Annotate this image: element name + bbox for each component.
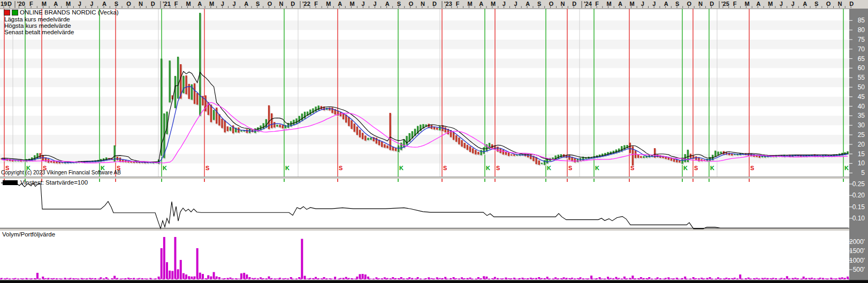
- volume-bar: [659, 278, 661, 279]
- price-bar-shadow: [15, 161, 17, 162]
- panel-divider-band: [0, 229, 868, 231]
- time-axis-month-label: D: [151, 1, 155, 7]
- volume-bar: [770, 278, 772, 279]
- volume-bar: [370, 279, 372, 279]
- volume-bar: [714, 279, 717, 279]
- price-scale-label: 50: [858, 83, 865, 91]
- price-bar: [185, 75, 187, 94]
- vinstest-scale-label: 0.10: [852, 215, 865, 222]
- volume-bar: [835, 278, 837, 279]
- volume-bar: [447, 279, 449, 279]
- volume-bar: [472, 279, 474, 279]
- time-axis-month-label: J: [361, 1, 364, 7]
- volume-bar: [477, 277, 479, 279]
- volume-bar: [679, 279, 681, 279]
- volume-bar: [455, 278, 458, 279]
- volume-bar: [25, 278, 27, 279]
- price-bar: [455, 135, 457, 142]
- volume-bar: [155, 278, 157, 279]
- volume-bar: [3, 278, 5, 279]
- volume-bar: [596, 278, 598, 279]
- volume-bar: [398, 278, 400, 279]
- time-axis-month-label: S: [256, 1, 260, 7]
- volume-bar: [229, 278, 231, 279]
- price-bar-shadow: [743, 155, 744, 156]
- price-bar: [497, 147, 498, 152]
- volume-bar: [648, 277, 650, 279]
- time-axis-month-label: D: [432, 1, 437, 7]
- sell-signal-letter: S: [339, 165, 342, 171]
- sell-signal-letter: S: [205, 165, 209, 171]
- price-scale-label: 80: [858, 26, 865, 34]
- volume-bar: [166, 262, 168, 279]
- volume-bar: [830, 278, 832, 279]
- price-bar: [629, 143, 631, 153]
- volume-bar: [800, 279, 802, 279]
- volume-bar: [750, 279, 752, 279]
- price-bar: [348, 117, 349, 126]
- volume-bar: [549, 279, 551, 279]
- volume-bar: [712, 279, 714, 279]
- time-axis-month-label: J: [514, 1, 517, 7]
- stock-chart-canvas[interactable]: 19D'20FMAMJJASOND'21FMAMJJASOND'22FMAMJJ…: [0, 0, 868, 283]
- volume-bar: [400, 277, 402, 279]
- volume-bar: [725, 278, 727, 279]
- time-axis-month-label: O: [268, 1, 272, 7]
- time-axis-month-label: D: [572, 1, 576, 7]
- volume-bar: [116, 278, 118, 279]
- volume-bar: [844, 278, 846, 279]
- volume-bar: [353, 279, 355, 279]
- volume-bar: [147, 279, 149, 279]
- volume-bar: [791, 278, 794, 279]
- price-bar: [386, 146, 388, 148]
- time-axis-month-label: A: [385, 1, 390, 7]
- volume-bar: [841, 277, 843, 279]
- time-axis-month-label: A: [102, 1, 106, 7]
- price-bar: [376, 137, 377, 143]
- volume-bar: [420, 279, 422, 279]
- price-bar: [392, 147, 394, 151]
- price-bar: [53, 161, 55, 163]
- time-axis-month-label: D: [710, 1, 714, 7]
- price-bar: [265, 119, 267, 128]
- volume-bar: [92, 278, 94, 279]
- volume-bar: [287, 279, 290, 279]
- volume-bar: [767, 278, 769, 279]
- time-axis-year-label: '21: [163, 1, 171, 7]
- price-band: [0, 116, 849, 125]
- volume-bar: [34, 278, 36, 279]
- price-bar: [295, 118, 297, 124]
- volume-bar: [14, 278, 17, 279]
- time-axis-month-label: A: [756, 1, 760, 7]
- volume-bar: [271, 278, 273, 279]
- price-bar: [395, 148, 397, 151]
- volume-bar: [331, 279, 333, 279]
- volume-bar: [113, 276, 116, 279]
- volume-bar: [480, 278, 482, 279]
- price-bar: [36, 153, 38, 159]
- price-bar: [273, 122, 275, 127]
- price-bar: [475, 150, 476, 154]
- volume-bar: [734, 278, 736, 279]
- volume-bar: [665, 278, 667, 279]
- volume-bar: [637, 278, 639, 279]
- time-axis-month-label: S: [814, 1, 818, 7]
- volume-bar: [94, 278, 96, 279]
- time-axis-month-label: S: [397, 1, 401, 7]
- volume-bar: [364, 274, 367, 279]
- time-axis-month-label: A: [803, 1, 807, 7]
- volume-bar: [825, 278, 827, 279]
- volume-bar: [803, 277, 805, 279]
- volume-bar: [48, 278, 50, 279]
- volume-bar: [538, 277, 540, 279]
- volume-bar: [78, 279, 80, 279]
- volume-bar: [698, 278, 700, 279]
- time-axis-month-label: A: [197, 1, 202, 7]
- volume-bar: [601, 278, 604, 279]
- volume-bar: [389, 278, 391, 279]
- volume-bar: [722, 278, 725, 279]
- volume-bar: [169, 271, 171, 279]
- vikingen-chart-window: 19D'20FMAMJJASOND'21FMAMJJASOND'22FMAMJJ…: [0, 0, 868, 283]
- time-axis-month-label: O: [687, 1, 691, 7]
- volume-bar: [635, 278, 637, 279]
